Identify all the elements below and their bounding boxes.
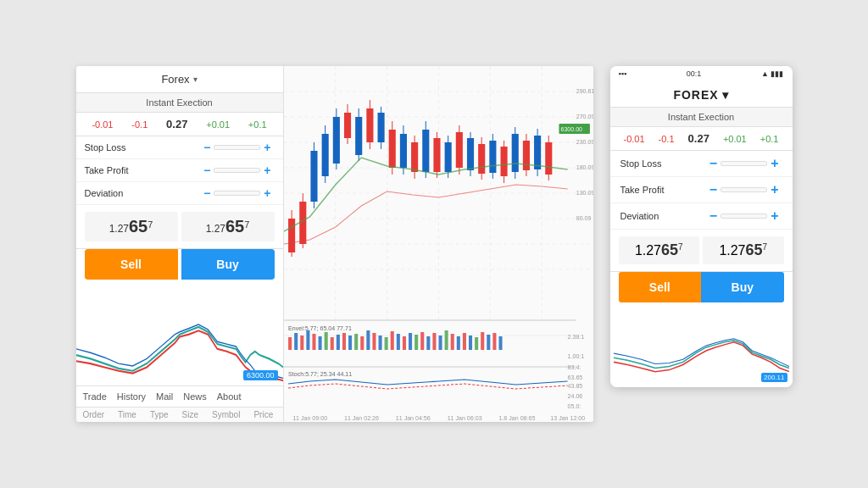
stop-loss-label: Stop Loss bbox=[85, 142, 201, 152]
mobile-price-neg1[interactable]: -0.01 bbox=[624, 134, 645, 144]
svg-text:Stoch:5.77; 25.34 44.11: Stoch:5.77; 25.34 44.11 bbox=[288, 371, 352, 377]
svg-rect-94 bbox=[415, 335, 418, 350]
svg-rect-83 bbox=[348, 336, 352, 350]
mobile-stop-loss-minus[interactable]: − bbox=[706, 156, 721, 171]
instant-execution-bar: Instant Exection bbox=[76, 93, 283, 113]
svg-text:05.0:: 05.0: bbox=[567, 403, 581, 409]
instant-execution-label: Instant Exection bbox=[146, 97, 212, 108]
tab-news[interactable]: News bbox=[183, 390, 207, 403]
mobile-buy-prefix: 1.27 bbox=[719, 243, 745, 258]
svg-text:1.8 Jan 08:65: 1.8 Jan 08:65 bbox=[498, 415, 535, 421]
svg-text:24.06: 24.06 bbox=[567, 393, 582, 399]
svg-rect-108 bbox=[498, 336, 502, 350]
svg-rect-89 bbox=[384, 337, 387, 350]
take-profit-minus[interactable]: − bbox=[200, 164, 214, 177]
mobile-stop-loss-value[interactable] bbox=[721, 161, 767, 166]
svg-rect-93 bbox=[409, 333, 412, 350]
svg-text:180.09: 180.09 bbox=[576, 164, 593, 170]
mobile-sell-price-display: 1.27657 bbox=[619, 236, 700, 264]
deviation-value[interactable] bbox=[214, 191, 260, 196]
mobile-deviation-value[interactable] bbox=[721, 214, 767, 219]
svg-text:11 Jan 04:56: 11 Jan 04:56 bbox=[395, 415, 430, 421]
mobile-action-row: Sell Buy bbox=[619, 272, 784, 302]
dropdown-arrow-icon[interactable]: ▾ bbox=[193, 75, 198, 84]
sell-button[interactable]: Sell bbox=[85, 249, 178, 280]
mobile-sell-button[interactable]: Sell bbox=[619, 272, 702, 302]
mobile-take-profit-plus[interactable]: + bbox=[767, 182, 782, 197]
tab-mail[interactable]: Mail bbox=[156, 390, 173, 403]
tab-history[interactable]: History bbox=[117, 390, 146, 403]
svg-text:290.61: 290.61 bbox=[576, 88, 593, 94]
mobile-take-profit-value[interactable] bbox=[721, 187, 767, 192]
mobile-price-pos2[interactable]: +0.1 bbox=[760, 134, 779, 144]
sell-price-prefix: 1.27 bbox=[109, 223, 129, 235]
buy-button[interactable]: Buy bbox=[181, 249, 275, 280]
mini-chart-area: 6300.00 bbox=[76, 288, 283, 385]
action-row: Sell Buy bbox=[85, 249, 275, 280]
mobile-header: FOREX ▾ bbox=[610, 81, 793, 108]
svg-rect-73 bbox=[288, 337, 292, 350]
sidebar-header: Forex ▾ bbox=[76, 66, 283, 93]
svg-rect-81 bbox=[336, 335, 339, 350]
svg-rect-82 bbox=[342, 333, 345, 350]
mobile-price-pos1[interactable]: +0.01 bbox=[723, 134, 747, 144]
main-chart: 290.61 270.09 230.09 180.09 130.09 80.09… bbox=[284, 66, 593, 422]
sell-price-big: 65 bbox=[129, 217, 147, 236]
mobile-sell-prefix: 1.27 bbox=[635, 243, 661, 258]
status-time: 00:1 bbox=[687, 69, 702, 78]
deviation-minus[interactable]: − bbox=[200, 186, 214, 200]
price-row: -0.01 -0.1 0.27 +0.01 +0.1 bbox=[76, 113, 283, 136]
chart-badge: 6300.00 bbox=[243, 370, 278, 380]
svg-rect-106 bbox=[487, 335, 490, 350]
stop-loss-plus[interactable]: + bbox=[260, 141, 274, 154]
mobile-price-display: 1.27657 1.27657 bbox=[610, 230, 793, 272]
mobile-deviation-label: Deviation bbox=[620, 211, 706, 221]
price-pos2[interactable]: +0.1 bbox=[248, 119, 267, 130]
mobile-buy-sup: 7 bbox=[763, 242, 768, 252]
stop-loss-minus[interactable]: − bbox=[200, 141, 214, 154]
mobile-stop-loss-plus[interactable]: + bbox=[767, 156, 782, 171]
tab-trade[interactable]: Trade bbox=[83, 390, 107, 403]
deviation-plus[interactable]: + bbox=[260, 186, 274, 200]
svg-rect-104 bbox=[475, 337, 478, 350]
svg-rect-107 bbox=[492, 333, 496, 350]
mobile-forex-title: FOREX bbox=[673, 88, 718, 102]
mobile-panel: ▪▪▪ 00:1 ▲ ▮▮▮ FOREX ▾ Instant Exection … bbox=[610, 66, 793, 387]
svg-rect-103 bbox=[468, 336, 471, 350]
svg-text:13 Jan 12:00: 13 Jan 12:00 bbox=[550, 415, 585, 421]
mobile-instant-label: Instant Exection bbox=[668, 112, 734, 122]
mobile-stop-loss-label: Stop Loss bbox=[620, 158, 706, 169]
tab-about[interactable]: About bbox=[217, 390, 242, 403]
svg-rect-84 bbox=[354, 334, 358, 350]
mobile-stop-loss-row: Stop Loss − + bbox=[610, 151, 793, 177]
mobile-instant-execution: Instant Exection bbox=[610, 108, 793, 127]
svg-rect-97 bbox=[432, 333, 436, 350]
mobile-take-profit-minus[interactable]: − bbox=[706, 182, 721, 197]
mobile-deviation-minus[interactable]: − bbox=[706, 208, 721, 224]
take-profit-plus[interactable]: + bbox=[260, 164, 274, 177]
col-symbol: Symbol bbox=[212, 410, 240, 419]
mobile-dropdown-arrow-icon[interactable]: ▾ bbox=[722, 88, 729, 102]
svg-rect-80 bbox=[330, 337, 333, 350]
buy-price-sup: 7 bbox=[244, 219, 249, 230]
bottom-columns: Order Time Type Size Symbol Price Profit bbox=[76, 407, 283, 422]
mobile-deviation-row: Deviation − + bbox=[610, 203, 793, 230]
price-pos1[interactable]: +0.01 bbox=[206, 119, 230, 130]
svg-rect-91 bbox=[396, 334, 399, 350]
svg-text:63.65: 63.65 bbox=[567, 374, 582, 380]
price-neg1[interactable]: -0.01 bbox=[92, 119, 113, 130]
stop-loss-value[interactable] bbox=[214, 145, 260, 150]
svg-text:130.09: 130.09 bbox=[576, 190, 593, 196]
svg-rect-74 bbox=[294, 333, 298, 350]
svg-rect-98 bbox=[438, 336, 442, 350]
svg-rect-105 bbox=[481, 332, 484, 350]
mobile-deviation-plus[interactable]: + bbox=[767, 208, 782, 224]
mobile-buy-button[interactable]: Buy bbox=[701, 272, 784, 302]
mobile-price-neg2[interactable]: -0.1 bbox=[659, 134, 675, 144]
sell-price-sup: 7 bbox=[147, 219, 153, 230]
bottom-tabs: Trade History Mail News About bbox=[76, 385, 283, 407]
take-profit-value[interactable] bbox=[214, 168, 260, 173]
svg-rect-95 bbox=[420, 332, 424, 350]
desktop-panel: Forex ▾ Instant Exection -0.01 -0.1 0.27… bbox=[76, 66, 593, 422]
price-neg2[interactable]: -0.1 bbox=[131, 119, 147, 130]
